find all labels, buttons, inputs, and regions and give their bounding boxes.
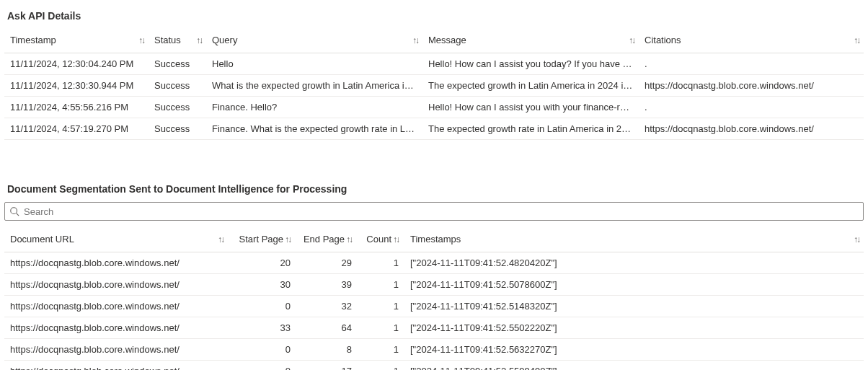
cell-end-page: 64 bbox=[296, 317, 358, 339]
cell-timestamp: 11/11/2024, 12:30:30.944 PM bbox=[4, 75, 149, 97]
cell-timestamps: ["2024-11-11T09:41:52.5078600Z"] bbox=[404, 274, 864, 296]
sort-icon: ↑↓ bbox=[196, 35, 202, 45]
table-row[interactable]: https://docqnastg.blob.core.windows.net/… bbox=[4, 274, 864, 296]
cell-query: Finance. Hello? bbox=[206, 97, 422, 118]
cell-timestamps: ["2024-11-11T09:41:52.5502220Z"] bbox=[404, 317, 864, 339]
doc-segmentation-table: Document URL ↑↓ Start Page↑↓ End Page↑↓ … bbox=[4, 228, 864, 370]
cell-count: 1 bbox=[358, 274, 404, 296]
cell-start-page: 0 bbox=[228, 361, 296, 371]
cell-start-page: 0 bbox=[228, 339, 296, 361]
doc-segmentation-section: Document Segmentation Sent to Document I… bbox=[4, 183, 864, 370]
table-row[interactable]: 11/11/2024, 12:30:30.944 PMSuccessWhat i… bbox=[4, 75, 864, 97]
col-timestamps[interactable]: Timestamps ↑↓ bbox=[404, 228, 864, 252]
col-status[interactable]: Status ↑↓ bbox=[149, 29, 206, 53]
section1-title: Ask API Details bbox=[7, 10, 864, 22]
col-start-page[interactable]: Start Page↑↓ bbox=[228, 228, 296, 252]
table-row[interactable]: 11/11/2024, 4:57:19.270 PMSuccessFinance… bbox=[4, 118, 864, 140]
cell-document-url: https://docqnastg.blob.core.windows.net/ bbox=[4, 274, 228, 296]
table-row[interactable]: https://docqnastg.blob.core.windows.net/… bbox=[4, 252, 864, 274]
cell-end-page: 32 bbox=[296, 296, 358, 317]
col-count[interactable]: Count↑↓ bbox=[358, 228, 404, 252]
col-end-page[interactable]: End Page↑↓ bbox=[296, 228, 358, 252]
table-row[interactable]: https://docqnastg.blob.core.windows.net/… bbox=[4, 361, 864, 371]
cell-query: Hello bbox=[206, 53, 422, 75]
col-label: Status bbox=[154, 35, 181, 45]
ask-api-details-section: Ask API Details Timestamp ↑↓ Status ↑↓ Q… bbox=[4, 10, 864, 140]
search-input[interactable] bbox=[19, 206, 859, 217]
cell-start-page: 30 bbox=[228, 274, 296, 296]
cell-message: The expected growth rate in Latin Americ… bbox=[422, 118, 639, 140]
cell-end-page: 29 bbox=[296, 252, 358, 274]
table-row[interactable]: https://docqnastg.blob.core.windows.net/… bbox=[4, 296, 864, 317]
cell-message: Hello! How can I assist you with your fi… bbox=[422, 97, 639, 118]
table-header-row: Timestamp ↑↓ Status ↑↓ Query ↑↓ Message … bbox=[4, 29, 864, 53]
sort-icon: ↑↓ bbox=[393, 234, 399, 245]
col-citations[interactable]: Citations ↑↓ bbox=[639, 29, 864, 53]
sort-icon: ↑↓ bbox=[629, 35, 634, 45]
cell-count: 1 bbox=[358, 296, 404, 317]
sort-icon: ↑↓ bbox=[412, 35, 418, 45]
search-icon bbox=[9, 206, 19, 216]
cell-citations: https://docqnastg.blob.core.windows.net/ bbox=[639, 75, 864, 97]
cell-timestamp: 11/11/2024, 4:57:19.270 PM bbox=[4, 118, 149, 140]
cell-document-url: https://docqnastg.blob.core.windows.net/ bbox=[4, 339, 228, 361]
cell-citations: https://docqnastg.blob.core.windows.net/ bbox=[639, 118, 864, 140]
table-row[interactable]: 11/11/2024, 12:30:04.240 PMSuccessHelloH… bbox=[4, 53, 864, 75]
col-label: Timestamp bbox=[10, 35, 56, 45]
table-row[interactable]: 11/11/2024, 4:55:56.216 PMSuccessFinance… bbox=[4, 97, 864, 118]
col-message[interactable]: Message ↑↓ bbox=[422, 29, 639, 53]
cell-start-page: 20 bbox=[228, 252, 296, 274]
col-label: End Page bbox=[304, 234, 345, 245]
cell-count: 1 bbox=[358, 252, 404, 274]
cell-document-url: https://docqnastg.blob.core.windows.net/ bbox=[4, 317, 228, 339]
col-label: Timestamps bbox=[410, 234, 461, 245]
svg-line-1 bbox=[17, 213, 19, 216]
sort-icon: ↑↓ bbox=[854, 234, 859, 244]
cell-timestamps: ["2024-11-11T09:41:52.5599490Z"] bbox=[404, 361, 864, 371]
cell-end-page: 39 bbox=[296, 274, 358, 296]
col-label: Count bbox=[366, 234, 391, 245]
col-label: Message bbox=[428, 35, 466, 45]
col-label: Citations bbox=[645, 35, 681, 45]
cell-message: Hello! How can I assist you today? If yo… bbox=[422, 53, 639, 75]
cell-message: The expected growth in Latin America in … bbox=[422, 75, 639, 97]
cell-count: 1 bbox=[358, 361, 404, 371]
col-label: Query bbox=[212, 35, 237, 45]
sort-icon: ↑↓ bbox=[138, 35, 144, 45]
col-label: Document URL bbox=[10, 234, 74, 245]
cell-timestamps: ["2024-11-11T09:41:52.4820420Z"] bbox=[404, 252, 864, 274]
cell-status: Success bbox=[149, 75, 206, 97]
cell-end-page: 17 bbox=[296, 361, 358, 371]
cell-document-url: https://docqnastg.blob.core.windows.net/ bbox=[4, 252, 228, 274]
col-document-url[interactable]: Document URL ↑↓ bbox=[4, 228, 228, 252]
cell-timestamp: 11/11/2024, 4:55:56.216 PM bbox=[4, 97, 149, 118]
col-label: Start Page bbox=[239, 234, 283, 245]
cell-query: Finance. What is the expected growth rat… bbox=[206, 118, 422, 140]
svg-point-0 bbox=[11, 208, 17, 214]
cell-start-page: 0 bbox=[228, 296, 296, 317]
cell-count: 1 bbox=[358, 317, 404, 339]
table-header-row: Document URL ↑↓ Start Page↑↓ End Page↑↓ … bbox=[4, 228, 864, 252]
cell-status: Success bbox=[149, 118, 206, 140]
table-row[interactable]: https://docqnastg.blob.core.windows.net/… bbox=[4, 339, 864, 361]
cell-status: Success bbox=[149, 97, 206, 118]
col-timestamp[interactable]: Timestamp ↑↓ bbox=[4, 29, 149, 53]
sort-icon: ↑↓ bbox=[285, 234, 291, 245]
ask-api-table: Timestamp ↑↓ Status ↑↓ Query ↑↓ Message … bbox=[4, 29, 864, 140]
sort-icon: ↑↓ bbox=[346, 234, 352, 245]
sort-icon: ↑↓ bbox=[854, 35, 859, 45]
section2-title: Document Segmentation Sent to Document I… bbox=[7, 183, 864, 195]
col-query[interactable]: Query ↑↓ bbox=[206, 29, 422, 53]
cell-count: 1 bbox=[358, 339, 404, 361]
cell-timestamps: ["2024-11-11T09:41:52.5632270Z"] bbox=[404, 339, 864, 361]
cell-citations: . bbox=[639, 53, 864, 75]
sort-icon: ↑↓ bbox=[218, 234, 223, 244]
cell-document-url: https://docqnastg.blob.core.windows.net/ bbox=[4, 361, 228, 371]
cell-query: What is the expected growth in Latin Ame… bbox=[206, 75, 422, 97]
search-box[interactable] bbox=[4, 202, 864, 221]
cell-start-page: 33 bbox=[228, 317, 296, 339]
cell-status: Success bbox=[149, 53, 206, 75]
cell-timestamp: 11/11/2024, 12:30:04.240 PM bbox=[4, 53, 149, 75]
cell-timestamps: ["2024-11-11T09:41:52.5148320Z"] bbox=[404, 296, 864, 317]
table-row[interactable]: https://docqnastg.blob.core.windows.net/… bbox=[4, 317, 864, 339]
